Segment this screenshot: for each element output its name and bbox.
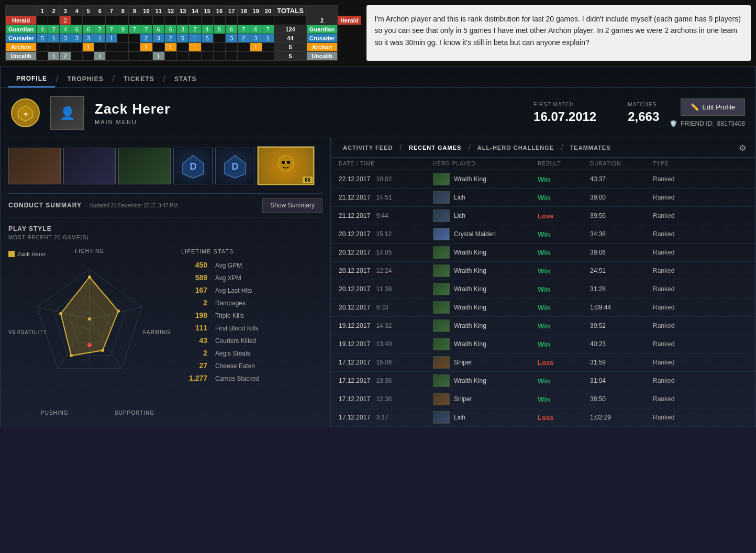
cell-herald-16 [213, 16, 225, 25]
tab-sep-2: / [468, 143, 470, 152]
tab-teammates[interactable]: TEAMMATES [566, 142, 615, 153]
radar-label-pushing: PUSHING [41, 410, 69, 416]
game-row[interactable]: 20.12.2017 11:39 Wraith King Win 31:28 R… [331, 280, 755, 298]
col-header-1: 1 [37, 6, 48, 16]
hero-thumb-img-2 [64, 148, 115, 184]
tab-recent-games[interactable]: RECENT GAMES [405, 142, 466, 153]
svg-point-23 [101, 349, 104, 352]
svg-text:★: ★ [24, 112, 28, 117]
hero-icon-inner [433, 265, 449, 276]
friend-id-row: 🛡️ FRIEND ID: 88173408 [670, 120, 745, 127]
cell-uncalib-11: 1 [152, 52, 164, 61]
game-row[interactable]: 17.12.2017 13:36 Wraith King Win 31:04 R… [331, 372, 755, 390]
settings-icon[interactable]: ⚙ [737, 142, 748, 153]
tab-activity-feed[interactable]: ACTIVITY FEED [339, 142, 397, 153]
hero-icon-inner [433, 247, 449, 258]
col-header-17: 17 [226, 6, 238, 16]
edit-profile-button[interactable]: ✏️ Edit Profile [681, 98, 745, 116]
svg-point-25 [59, 312, 62, 315]
content-area: D D [1, 138, 755, 427]
stat-num: 167 [181, 286, 207, 294]
game-time: 15:06 [374, 359, 392, 366]
hero-name: Lich [454, 212, 465, 219]
dota-logo-thumb-1[interactable]: D [173, 148, 213, 184]
game-date: 20.12.2017 15:12 [339, 230, 433, 238]
stat-desc: Triple Kills [215, 312, 244, 319]
tab-trophies[interactable]: TROPHIES [59, 71, 111, 87]
game-type: Ranked [653, 322, 705, 329]
hero-icon-inner [433, 192, 449, 203]
hero-thumb-main[interactable]: 66 [257, 146, 315, 185]
hero-name: Wraith King [454, 285, 486, 293]
game-row[interactable]: 20.12.2017 14:05 Wraith King Win 39:06 R… [331, 244, 755, 262]
tab-stats[interactable]: STATS [166, 71, 205, 87]
hero-icon [433, 173, 450, 185]
game-row[interactable]: 17.12.2017 15:06 Sniper Loss 31:59 Ranke… [331, 353, 755, 372]
game-time: 9:33 [374, 304, 388, 311]
dota-logo-icon: D [180, 153, 206, 179]
tab-profile[interactable]: PROFILE [8, 71, 55, 87]
first-match-group: FIRST MATCH 16.07.2012 [533, 102, 596, 124]
game-duration: 1:09:44 [590, 304, 653, 311]
cell-guardian-17: 6 [226, 25, 238, 34]
hero-thumbnails: D D [8, 146, 323, 185]
show-summary-button[interactable]: Show Summary [262, 198, 323, 213]
player-subtitle: MAIN MENU [95, 119, 523, 125]
stat-row-avg-last-hits: 167Avg Last Hits [181, 286, 323, 294]
cell-guardian-18: 7 [238, 25, 250, 34]
game-result: Win [538, 322, 590, 330]
game-row[interactable]: 21.12.2017 14:51 Lich Win 39:00 Ranked [331, 189, 755, 207]
game-row[interactable]: 20.12.2017 9:33 Wraith King Win 1:09:44 … [331, 298, 755, 317]
skull-icon [270, 150, 302, 182]
cell-archon-13 [177, 43, 189, 52]
game-row[interactable]: 20.12.2017 12:24 Wraith King Win 24:51 R… [331, 262, 755, 280]
game-time: 14:51 [374, 194, 392, 201]
stat-num: 450 [181, 261, 207, 269]
game-row[interactable]: 19.12.2017 13:40 Wraith King Win 40:23 R… [331, 335, 755, 353]
hero-thumb-3[interactable] [118, 148, 171, 184]
cell-guardian-4: 6 [71, 25, 83, 34]
hero-icon [433, 246, 450, 259]
hero-icon-inner [433, 338, 449, 350]
cell-herald-10 [140, 16, 152, 25]
game-time: 13:36 [374, 377, 392, 384]
svg-point-26 [87, 343, 92, 347]
game-row[interactable]: 19.12.2017 14:32 Wraith King Win 39:52 R… [331, 317, 755, 335]
nav-sep-2: / [113, 74, 115, 84]
dota-logo-thumb-2[interactable]: D [215, 148, 254, 184]
tab-tickets[interactable]: TICKETS [116, 71, 162, 87]
stat-desc: Avg XPM [215, 274, 241, 282]
game-row[interactable]: 22.12.2017 10:02 Wraith King Win 43:37 R… [331, 170, 755, 189]
radar-legend-label: Zack Herer [17, 251, 46, 257]
stat-num: 2 [181, 349, 207, 357]
right-panel: ACTIVITY FEED / RECENT GAMES / ALL-HERO … [330, 138, 755, 427]
game-row[interactable]: 20.12.2017 15:12 Crystal Maiden Win 34:3… [331, 225, 755, 244]
game-row[interactable]: 17.12.2017 12:36 Sniper Win 38:50 Ranked [331, 390, 755, 408]
col-header-right [306, 6, 337, 16]
cell-uncalib-18 [238, 52, 250, 61]
stat-num: 27 [181, 361, 207, 370]
game-result: Win [538, 249, 590, 257]
cell-guardian-3: 4 [60, 25, 71, 34]
cell-archon-10: 1 [140, 43, 152, 52]
game-row[interactable]: 21.12.2017 9:44 Lich Loss 39:56 Ranked [331, 207, 755, 225]
cell-archon-17 [226, 43, 238, 52]
cell-crusader-19: 3 [250, 34, 262, 43]
game-row[interactable]: 17.12.2017 3:17 Lich Loss 1:02:29 Ranked [331, 408, 755, 427]
tab-all-hero[interactable]: ALL-HERO CHALLENGE [473, 142, 558, 153]
cell-herald-6 [94, 16, 106, 25]
cell-herald-1 [37, 16, 48, 25]
cell-uncalib-6: 1 [94, 52, 106, 61]
game-date: 21.12.2017 9:44 [339, 212, 433, 219]
profile-badge: ★ [11, 98, 40, 127]
col-header-label [6, 6, 37, 16]
game-time: 10:02 [374, 175, 392, 183]
friend-id-label: FRIEND ID: [681, 120, 714, 127]
hero-icon [433, 228, 450, 240]
lifetime-title: LIFETIME STATS [181, 248, 323, 255]
hero-thumb-2[interactable] [63, 148, 116, 184]
hero-thumb-1[interactable] [8, 148, 61, 184]
cell-archon-5: 1 [83, 43, 94, 52]
col-header-5: 5 [83, 6, 94, 16]
svg-point-7 [278, 156, 294, 171]
